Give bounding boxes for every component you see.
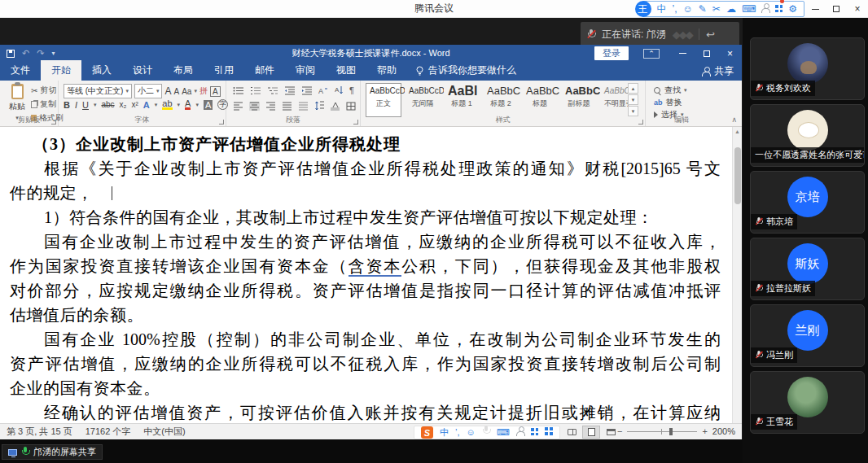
emoji-icon[interactable]: ☺	[683, 1, 693, 17]
scrollbar-thumb[interactable]	[734, 147, 741, 204]
emoji-icon[interactable]: ☺	[467, 426, 476, 439]
zoom-in-button[interactable]: +	[702, 426, 707, 436]
scissors-icon[interactable]: ✂	[712, 1, 721, 17]
paragraph-dialog-launcher-icon[interactable]	[353, 120, 358, 124]
style-heading2[interactable]: AaBbC标题 2	[483, 83, 519, 117]
tab-home[interactable]: 开始	[41, 60, 81, 81]
shading-bucket-icon[interactable]	[330, 102, 340, 111]
font-size-combobox[interactable]: 小二▾	[134, 84, 163, 98]
person-icon[interactable]	[516, 426, 524, 439]
participant-tile[interactable]: 斯妖 拉普拉斯妖	[750, 238, 865, 300]
bold-button[interactable]: B	[64, 100, 70, 110]
font-name-combobox[interactable]: 等线 (中文正文)▾	[64, 84, 132, 98]
numbered-list-icon[interactable]	[250, 86, 261, 95]
ime-punctuation-icon[interactable]: ’,	[455, 426, 460, 439]
page-indicator[interactable]: 第 3 页, 共 15 页	[0, 426, 79, 438]
ime-settings-gear-icon[interactable]: ⚙	[788, 1, 797, 17]
zoom-out-button[interactable]: −	[617, 426, 622, 436]
word-count[interactable]: 17162 个字	[79, 426, 138, 438]
replace-button[interactable]: ab替换	[654, 97, 682, 108]
print-layout-button[interactable]	[582, 426, 600, 439]
align-right-icon[interactable]	[265, 102, 276, 111]
ime-toolbar[interactable]: 王 中 ’, ☺ ✎ ✂ ☁ ⌨ ⚙	[642, 1, 804, 17]
tab-view[interactable]: 视图	[326, 60, 366, 81]
account-person-icon[interactable]	[761, 1, 769, 17]
sogou-ime-bar[interactable]: S 中 ’, ☺ ⌨	[414, 426, 560, 439]
screen-share-banner[interactable]: 邝湧的屏幕共享	[2, 444, 103, 460]
sign-in-button[interactable]: 登录	[594, 46, 629, 60]
ime-language-icon[interactable]: 中	[440, 426, 449, 439]
close-button[interactable]: ×	[847, 0, 868, 18]
reply-arrow-icon[interactable]: ↪	[706, 28, 715, 41]
tab-help[interactable]: 帮助	[366, 60, 407, 81]
ime-language-icon[interactable]: 中	[657, 1, 667, 17]
paragraph-marks-icon[interactable]: ¶	[349, 85, 354, 95]
align-left-icon[interactable]	[233, 102, 243, 111]
styles-scroll-down-icon[interactable]: ▼	[628, 94, 638, 105]
share-button[interactable]: 共享	[702, 64, 734, 78]
document-page[interactable]: （3）企业改制上市资产评估增值企业所得税处理 根据《关于企业改制上市资产评估增值…	[0, 127, 732, 423]
cloud-icon[interactable]: ☁	[726, 1, 736, 17]
styles-scroll-up-icon[interactable]: ▲	[628, 83, 638, 94]
style-no-spacing[interactable]: AaBbCcDc无间隔	[405, 83, 441, 117]
style-normal[interactable]: AaBbCcDc正文	[366, 83, 401, 117]
style-heading1[interactable]: AaBl标题 1	[444, 83, 480, 117]
justify-icon[interactable]	[282, 102, 292, 111]
sort-icon[interactable]: A	[335, 85, 344, 95]
clipboard-dialog-launcher-icon[interactable]	[51, 120, 56, 124]
tab-review[interactable]: 审阅	[285, 60, 326, 81]
decrease-indent-icon[interactable]	[284, 86, 296, 95]
sogou-logo-icon[interactable]: S	[421, 426, 433, 439]
read-mode-button[interactable]	[563, 426, 581, 439]
character-border-button[interactable]: A	[210, 86, 221, 97]
word-minimize-button[interactable]	[671, 45, 695, 62]
word-close-button[interactable]: ×	[718, 45, 742, 62]
skin-icon[interactable]	[531, 426, 538, 439]
skin-icon[interactable]	[775, 1, 783, 17]
tab-mailings[interactable]: 邮件	[244, 60, 285, 81]
multilevel-list-icon[interactable]	[267, 86, 278, 95]
document-scrollbar[interactable]: ▲	[732, 127, 742, 423]
participant-tile[interactable]: 京培 韩京培	[750, 171, 865, 234]
change-case-button[interactable]: Aa	[182, 87, 191, 96]
phonetic-guide-button[interactable]: 拼	[199, 85, 208, 97]
subscript-button[interactable]: x₂	[120, 100, 127, 109]
language-indicator[interactable]: 中文(中国)	[137, 426, 191, 438]
styles-dialog-launcher-icon[interactable]	[638, 120, 643, 124]
strikethrough-button[interactable]: abc	[101, 100, 114, 109]
minimize-button[interactable]	[804, 0, 826, 18]
ime-punctuation-icon[interactable]: ’,	[673, 1, 677, 17]
font-dialog-launcher-icon[interactable]	[219, 120, 224, 124]
keyboard-icon[interactable]: ⌨	[742, 1, 756, 17]
participant-tile[interactable]: 王雪花	[750, 371, 865, 434]
tab-layout[interactable]: 布局	[163, 60, 204, 81]
underline-button[interactable]: U	[82, 100, 89, 110]
tab-insert[interactable]: 插入	[81, 60, 122, 81]
find-button[interactable]: 查找▾	[654, 85, 687, 96]
style-subtle-emphasis[interactable]: AaBbCcD不明显强调	[600, 83, 630, 117]
ribbon-display-options-icon[interactable]: ⌃	[643, 49, 660, 59]
keyboard-icon[interactable]: ⌨	[497, 426, 510, 439]
line-spacing-icon[interactable]	[314, 101, 324, 111]
shrink-font-button[interactable]: A	[174, 87, 180, 96]
toolbox-grid-icon[interactable]	[545, 426, 553, 439]
distribute-icon[interactable]	[298, 102, 309, 111]
zoom-slider[interactable]	[627, 431, 697, 432]
collapse-ribbon-icon[interactable]: ∧	[731, 116, 737, 124]
superscript-button[interactable]: x²	[132, 100, 138, 109]
tab-design[interactable]: 设计	[122, 60, 163, 81]
participant-tile[interactable]: 兰刚 冯兰刚	[750, 304, 865, 367]
highlight-color-button[interactable]: ab	[162, 99, 172, 110]
restore-button[interactable]	[826, 0, 847, 18]
align-center-icon[interactable]	[249, 102, 260, 111]
grow-font-button[interactable]: A	[164, 85, 171, 97]
ime-logo-icon[interactable]: 王	[635, 1, 651, 17]
tab-file[interactable]: 文件	[0, 60, 41, 81]
tell-me-box[interactable]: 告诉我你想要做什么	[407, 60, 524, 81]
participant-tile[interactable]: 税务刘欢欢	[750, 37, 865, 100]
style-title[interactable]: AaBbC标题	[522, 83, 558, 117]
style-subtitle[interactable]: AaBbC副标题	[561, 83, 597, 117]
borders-icon[interactable]	[346, 102, 356, 111]
asian-layout-icon[interactable]: A	[318, 86, 329, 95]
zoom-slider-thumb[interactable]	[669, 428, 673, 435]
